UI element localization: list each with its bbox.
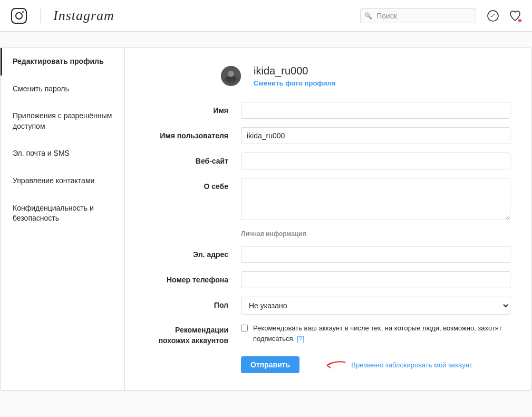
email-control: [241, 246, 510, 263]
bio-label: О себе: [146, 178, 241, 191]
username-row: Имя пользователя: [146, 127, 510, 144]
name-input[interactable]: [241, 102, 510, 119]
svg-rect-0: [12, 8, 26, 23]
arrow-container: Временно заблокировать мой аккаунт: [315, 357, 472, 373]
submit-row: Отправить Временно заблокировать мой акк…: [146, 356, 510, 373]
sidebar-item-authorized-apps[interactable]: Приложения с разрешённым доступом: [1, 102, 124, 140]
instagram-icon: [11, 7, 27, 24]
website-label: Веб-сайт: [146, 153, 241, 165]
compass-icon-button[interactable]: [487, 10, 499, 22]
phone-row: Номер телефона: [146, 271, 510, 288]
phone-control: [241, 271, 510, 288]
search-icon: 🔍: [364, 12, 372, 20]
name-label: Имя: [146, 102, 241, 115]
recommend-help-link[interactable]: [?]: [297, 335, 304, 343]
gender-select[interactable]: Не указано Мужской Женский Другой: [241, 297, 510, 315]
email-row: Эл. адрес: [146, 246, 510, 263]
email-label: Эл. адрес: [146, 246, 241, 259]
header: Instagram 🔍: [0, 0, 532, 32]
website-control: [241, 153, 510, 169]
recommend-row: Рекомендации похожих аккаунтов Рекомендо…: [146, 323, 510, 346]
header-logo: Instagram: [11, 7, 114, 24]
recommend-label: Рекомендации похожих аккаунтов: [146, 323, 241, 346]
header-icons: [487, 10, 521, 22]
name-row: Имя: [146, 102, 510, 119]
red-arrow: [315, 357, 347, 373]
website-row: Веб-сайт: [146, 153, 510, 169]
svg-point-5: [492, 15, 494, 16]
email-input[interactable]: [241, 246, 510, 263]
sidebar-item-email-sms[interactable]: Эл. почта и SMS: [1, 140, 124, 167]
phone-input[interactable]: [241, 271, 510, 288]
website-input[interactable]: [241, 153, 510, 169]
recommend-content: Рекомендовать ваш аккаунт в числе тех, н…: [241, 323, 510, 344]
sidebar-item-edit-profile[interactable]: Редактировать профиль: [1, 48, 124, 75]
sidebar-item-privacy-security[interactable]: Конфиденциальность и безопасность: [1, 195, 124, 232]
gender-control: Не указано Мужской Женский Другой: [241, 297, 510, 315]
edit-profile-content: ikida_ru000 Сменить фото профиля Имя Имя…: [125, 48, 531, 390]
bio-row: О себе: [146, 178, 510, 222]
brand-name: Instagram: [53, 8, 114, 24]
recommend-description: Рекомендовать ваш аккаунт в числе тех, н…: [253, 323, 510, 344]
bio-control: [241, 178, 510, 222]
disable-account-link[interactable]: Временно заблокировать мой аккаунт: [351, 361, 472, 369]
phone-label: Номер телефона: [146, 271, 241, 284]
username-control: [241, 127, 510, 144]
profile-info: ikida_ru000 Сменить фото профиля: [254, 65, 336, 87]
notification-dot: [518, 19, 521, 22]
sidebar: Редактировать профиль Сменить пароль При…: [1, 48, 125, 390]
header-divider: [40, 8, 41, 23]
bio-textarea[interactable]: [241, 178, 510, 220]
personal-info-label: Личная информация: [146, 230, 510, 238]
username-label: Имя пользователя: [146, 127, 241, 140]
compass-icon: [487, 10, 499, 22]
change-photo-link[interactable]: Сменить фото профиля: [254, 79, 336, 87]
recommend-checkbox[interactable]: [241, 325, 248, 331]
search-input[interactable]: [360, 8, 476, 23]
svg-point-1: [16, 13, 22, 19]
profile-username: ikida_ru000: [254, 65, 336, 77]
avatar-image: [221, 66, 241, 86]
name-control: [241, 102, 510, 119]
sidebar-item-change-password[interactable]: Сменить пароль: [1, 75, 124, 103]
username-input[interactable]: [241, 127, 510, 144]
gender-label: Пол: [146, 297, 241, 309]
main-container: Редактировать профиль Сменить пароль При…: [0, 48, 532, 391]
svg-point-2: [22, 11, 24, 13]
avatar[interactable]: [221, 66, 241, 86]
profile-header-row: ikida_ru000 Сменить фото профиля: [146, 65, 510, 87]
sidebar-item-manage-contacts[interactable]: Управление контактами: [1, 167, 124, 195]
heart-icon-button[interactable]: [509, 10, 521, 22]
search-container: 🔍: [360, 8, 476, 23]
submit-button[interactable]: Отправить: [241, 356, 299, 373]
svg-point-8: [228, 71, 234, 77]
gender-row: Пол Не указано Мужской Женский Другой: [146, 297, 510, 315]
